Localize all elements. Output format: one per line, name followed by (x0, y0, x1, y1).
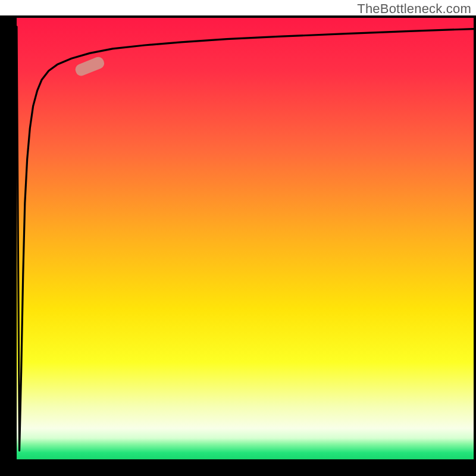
svg-rect-1 (0, 15, 17, 476)
svg-rect-4 (474, 15, 476, 476)
svg-rect-3 (0, 15, 476, 18)
chart-stage: TheBottleneck.com (0, 0, 476, 476)
gradient-background (17, 18, 474, 459)
chart-canvas (0, 0, 476, 476)
svg-rect-2 (0, 459, 476, 476)
